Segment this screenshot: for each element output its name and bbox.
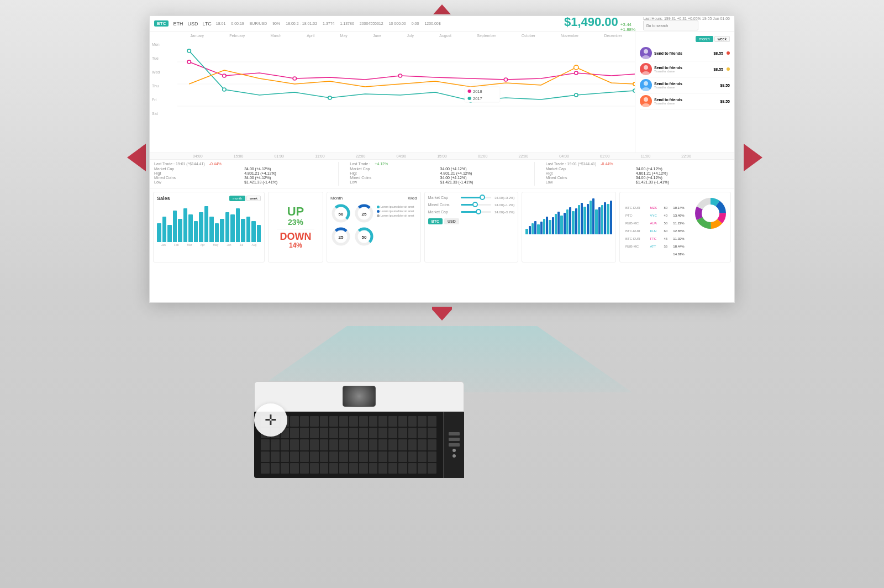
slider-track-3[interactable] xyxy=(461,211,491,213)
mini-bar-item xyxy=(592,198,594,234)
slider-track-2[interactable] xyxy=(461,204,491,206)
svg-point-5 xyxy=(293,77,296,80)
friend-amount-3: $8.55 xyxy=(720,83,730,87)
svg-point-26 xyxy=(644,81,648,86)
grille-line xyxy=(290,452,299,462)
friend-sub-3: Transfer done xyxy=(654,86,718,89)
friend-amount-4: $8.55 xyxy=(720,99,730,103)
grille-line xyxy=(408,463,417,474)
grille-line xyxy=(388,439,397,450)
prev-arrow-button[interactable] xyxy=(127,144,146,171)
friend-item-3: Send to friends Transfer done $8.55 xyxy=(640,77,730,93)
pie-row-2: PTC- VYC 40 13.46% xyxy=(624,212,691,219)
svg-point-15 xyxy=(574,65,578,70)
day-fri: Fri xyxy=(152,98,177,102)
sales-bar-item xyxy=(188,214,193,242)
stat-time: 18:01 xyxy=(216,22,226,25)
grille-line xyxy=(339,428,348,438)
slider-label-1: Market Cap xyxy=(428,196,459,200)
mini-bar-item xyxy=(555,214,557,234)
sales-week-btn[interactable]: week xyxy=(246,196,261,201)
grille-line xyxy=(310,416,319,427)
btc-toggle-btn[interactable]: BTC xyxy=(428,218,443,224)
last-hours: Last Hours: 199.31 +0.31 +0.05% 19.55 Ju… xyxy=(643,17,730,20)
sales-bar-item xyxy=(204,206,209,242)
slider-thumb-2[interactable] xyxy=(472,202,478,207)
sales-bar-item xyxy=(241,219,245,242)
grille-line xyxy=(271,452,280,462)
move-cursor[interactable]: ✛ xyxy=(254,403,287,437)
donut-3: 25 xyxy=(330,226,351,247)
grille-line xyxy=(349,428,358,438)
friend-avatar-1 xyxy=(640,47,652,59)
projector-device: LG xyxy=(254,381,464,492)
usd-label[interactable]: USD xyxy=(187,21,198,27)
grille-line xyxy=(329,428,338,438)
svg-text:25: 25 xyxy=(339,235,344,240)
sales-bar-item xyxy=(183,208,188,242)
month-week-toggle[interactable]: month week xyxy=(640,36,730,42)
btc-badge[interactable]: BTC xyxy=(154,20,169,27)
search-input[interactable] xyxy=(643,20,698,30)
eject-triangle xyxy=(433,4,451,14)
sales-toggle[interactable]: month week xyxy=(229,196,261,201)
friend-amount-1: $8.55 xyxy=(713,51,723,55)
grille-line xyxy=(408,428,417,438)
grille-line xyxy=(320,463,329,474)
ticker-2: Last Trade : +4.12% Market Cap 34.00 (+4… xyxy=(350,162,534,186)
grille-line xyxy=(261,439,270,450)
stats-bar: 18:01 0:00:19 EUR/USD 90% 18:00:2 - 18:0… xyxy=(216,22,441,25)
mini-bar-item xyxy=(587,204,589,234)
btc-usd-toggle[interactable]: BTC USD xyxy=(428,218,515,224)
grille-line xyxy=(378,416,387,427)
slider-fill-3 xyxy=(461,211,478,213)
grille-line xyxy=(300,463,309,474)
down-arrow-icon[interactable] xyxy=(432,307,452,321)
top-bar: BTC ETH USD LTC 18:01 0:00:19 EUR/USD 90… xyxy=(150,16,734,32)
projector-button-2[interactable] xyxy=(452,454,456,458)
grille-line xyxy=(428,452,436,462)
grille-line xyxy=(300,428,309,438)
next-arrow-button[interactable] xyxy=(744,144,762,171)
grille-line xyxy=(271,439,280,450)
grille-line xyxy=(398,439,407,450)
mini-bar-item xyxy=(575,208,577,234)
grille-line xyxy=(369,428,378,438)
grille-line xyxy=(418,416,427,427)
ticker-grid-2: Market Cap 34.00 (+4.12%) Higt 4.801.21 … xyxy=(350,167,529,184)
sales-bar-item xyxy=(225,212,230,242)
grille-line xyxy=(369,439,378,450)
slider-thumb-3[interactable] xyxy=(476,209,481,214)
sales-month-btn[interactable]: month xyxy=(229,196,245,201)
change1: +3.44 xyxy=(620,22,635,27)
stat-zero: 0.00 xyxy=(412,22,419,25)
grille-line xyxy=(290,439,299,450)
grille-line xyxy=(418,439,427,450)
month-toggle-btn[interactable]: month xyxy=(696,36,713,42)
legend-1: Lorem ipsum dolor sit amet xyxy=(377,205,414,208)
slider-thumb-1[interactable] xyxy=(480,195,485,200)
friend-dot-2 xyxy=(727,67,730,71)
week-toggle-btn[interactable]: week xyxy=(714,36,730,42)
grille-line xyxy=(281,452,290,462)
mini-bar-item xyxy=(543,219,545,234)
grille-line xyxy=(408,452,417,462)
projector-button-1[interactable] xyxy=(452,449,456,452)
friend-avatar-3 xyxy=(640,79,652,91)
chart-area: Mon Tue Wed Thu Fri Sat January February… xyxy=(150,32,734,153)
friend-info-2: Send to friends Transfer done xyxy=(654,66,711,73)
day-mon: Mon xyxy=(152,43,177,46)
ltc-label[interactable]: LTC xyxy=(202,21,211,27)
slider-track-1[interactable] xyxy=(461,197,491,198)
up-pct: 23% xyxy=(288,218,303,227)
grille-line xyxy=(329,463,338,474)
friend-avatar-4 xyxy=(640,95,652,107)
eth-label[interactable]: ETH xyxy=(173,21,183,27)
usd-toggle-btn[interactable]: USD xyxy=(444,218,459,224)
svg-text:2018: 2018 xyxy=(473,89,482,94)
stat-vol: 20004555612 xyxy=(360,22,383,25)
grille-line xyxy=(378,439,387,450)
donut-header: Month Wed xyxy=(330,196,417,201)
price-display: $1,490.00 +3.44 +1.88% xyxy=(564,16,635,32)
price-meta: Last Hours: 199.31 +0.31 +0.05% 19.55 Ju… xyxy=(643,17,730,30)
